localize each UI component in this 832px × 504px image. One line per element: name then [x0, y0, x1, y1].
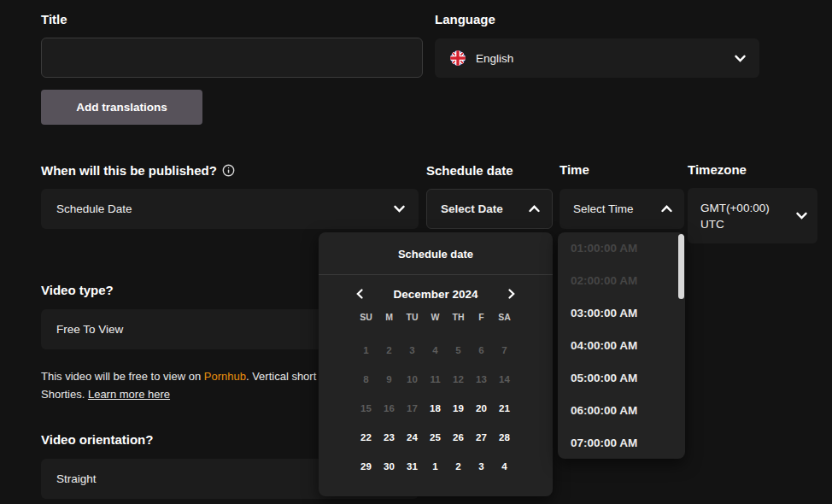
video-type-value: Free To View	[56, 323, 123, 336]
scrollbar-thumb[interactable]	[678, 234, 684, 299]
calendar-day-grid: 1234567891011121314151617181920212223242…	[354, 336, 517, 481]
time-option[interactable]: 03:00:00 AM	[558, 297, 685, 330]
calendar-day: 9	[378, 365, 401, 394]
calendar-day: 13	[470, 365, 493, 394]
calendar-weekday: SA	[493, 312, 516, 327]
chevron-down-icon	[796, 212, 807, 220]
time-option[interactable]: 07:00:00 AM	[558, 427, 685, 459]
chevron-down-icon	[735, 55, 746, 62]
brand-link[interactable]: Pornhub	[204, 370, 246, 383]
calendar-next-month-button[interactable]	[505, 285, 519, 302]
calendar-day: 8	[354, 365, 378, 394]
publish-label-row: When will this be published?	[41, 163, 235, 178]
calendar-day: 7	[493, 336, 516, 365]
calendar-prev-month-button[interactable]	[353, 285, 366, 302]
calendar-day[interactable]: 20	[470, 394, 493, 423]
calendar-day[interactable]: 4	[493, 452, 516, 481]
calendar-day: 5	[447, 336, 470, 365]
calendar-weekday: W	[424, 312, 447, 327]
video-orientation-value: Straight	[56, 472, 97, 485]
time-dropdown-popup: 01:00:00 AM02:00:00 AM03:00:00 AM04:00:0…	[558, 232, 685, 459]
calendar-day: 2	[378, 336, 401, 365]
video-type-label: Video type?	[41, 283, 114, 297]
publish-when-value: Schedule Date	[56, 202, 132, 215]
time-option[interactable]: 06:00:00 AM	[558, 395, 685, 427]
chevron-up-icon	[661, 205, 672, 213]
time-value: Select Time	[573, 202, 634, 215]
calendar-day[interactable]: 22	[354, 423, 378, 452]
learn-more-link[interactable]: Learn more here	[88, 388, 170, 401]
calendar-weekday: TU	[401, 312, 424, 327]
chevron-right-icon	[508, 289, 515, 299]
schedule-date-label: Schedule date	[426, 163, 513, 178]
calendar-day[interactable]: 26	[447, 423, 470, 452]
calendar-day: 11	[424, 365, 447, 394]
time-select[interactable]: Select Time	[560, 189, 684, 229]
timezone-select[interactable]: GMT(+00:00) UTC	[688, 188, 817, 243]
chevron-down-icon	[394, 205, 405, 213]
calendar-day[interactable]: 24	[401, 423, 424, 452]
timezone-value-line1: GMT(+00:00)	[700, 200, 770, 216]
schedule-date-value: Select Date	[441, 202, 503, 215]
calendar-day: 10	[401, 365, 424, 394]
calendar-weekday: TH	[447, 312, 470, 327]
calendar-day[interactable]: 31	[401, 452, 424, 481]
calendar-day[interactable]: 27	[470, 423, 493, 452]
calendar-weekday-row: SUMTUWTHFSA	[354, 312, 517, 327]
calendar-day[interactable]: 25	[424, 423, 447, 452]
time-option: 01:00:00 AM	[558, 232, 685, 265]
calendar-day: 1	[354, 336, 378, 365]
description-text-1: This video will be free to view on	[41, 370, 204, 383]
calendar-weekday: F	[470, 312, 493, 327]
language-selected-value: English	[476, 52, 513, 65]
time-option[interactable]: 04:00:00 AM	[558, 330, 685, 362]
calendar-day[interactable]: 18	[424, 394, 447, 423]
language-label: Language	[435, 12, 495, 26]
calendar-day[interactable]: 30	[378, 452, 401, 481]
video-orientation-label: Video orientation?	[41, 432, 153, 447]
calendar-weekday: M	[378, 312, 401, 327]
info-icon[interactable]	[222, 164, 235, 177]
uk-flag-icon	[450, 50, 466, 66]
calendar-month-label: December 2024	[393, 288, 478, 301]
add-translations-button[interactable]: Add translations	[41, 90, 202, 125]
calendar-popup: Schedule date December 2024 SUMTUWTHFSA …	[319, 232, 553, 496]
time-label: Time	[560, 162, 589, 177]
title-label: Title	[41, 12, 67, 26]
calendar-day: 6	[470, 336, 493, 365]
title-input[interactable]	[41, 38, 423, 78]
language-select[interactable]: English	[435, 38, 759, 78]
calendar-day[interactable]: 2	[447, 452, 470, 481]
calendar-day: 4	[424, 336, 447, 365]
schedule-date-select[interactable]: Select Date	[426, 189, 553, 229]
description-text-3: Shorties.	[41, 388, 88, 401]
time-option: 02:00:00 AM	[558, 265, 685, 297]
calendar-day[interactable]: 3	[470, 452, 493, 481]
calendar-day[interactable]: 19	[447, 394, 470, 423]
calendar-day[interactable]: 28	[493, 423, 516, 452]
time-option-list: 01:00:00 AM02:00:00 AM03:00:00 AM04:00:0…	[558, 232, 685, 459]
calendar-day[interactable]: 23	[378, 423, 401, 452]
calendar-day[interactable]: 29	[354, 452, 378, 481]
time-option[interactable]: 05:00:00 AM	[558, 362, 685, 395]
calendar-day[interactable]: 21	[493, 394, 516, 423]
description-text-2: . Vertical short c	[246, 370, 325, 383]
calendar-day: 17	[401, 394, 424, 423]
calendar-day: 16	[378, 394, 401, 423]
calendar-day: 3	[401, 336, 424, 365]
calendar-weekday: SU	[354, 312, 378, 327]
calendar-day[interactable]: 1	[424, 452, 447, 481]
timezone-label: Timezone	[688, 162, 747, 177]
divider	[319, 274, 553, 275]
calendar-day: 15	[354, 394, 378, 423]
timezone-value-line2: UTC	[700, 216, 770, 232]
publish-label: When will this be published?	[41, 163, 217, 178]
calendar-day: 14	[493, 365, 516, 394]
calendar-day: 12	[447, 365, 470, 394]
chevron-up-icon	[529, 205, 540, 213]
publish-when-select[interactable]: Schedule Date	[41, 189, 419, 229]
chevron-left-icon	[356, 289, 363, 299]
calendar-title: Schedule date	[319, 232, 553, 261]
